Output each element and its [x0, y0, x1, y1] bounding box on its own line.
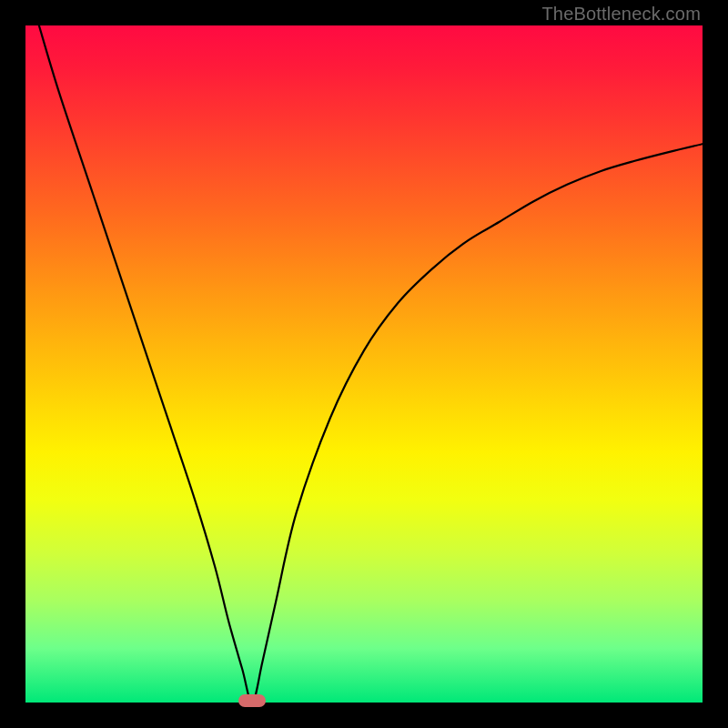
optimum-marker: [238, 694, 266, 707]
watermark-text: TheBottleneck.com: [541, 4, 701, 25]
bottleneck-curve: [25, 25, 703, 703]
chart-plot-area: [25, 25, 703, 703]
